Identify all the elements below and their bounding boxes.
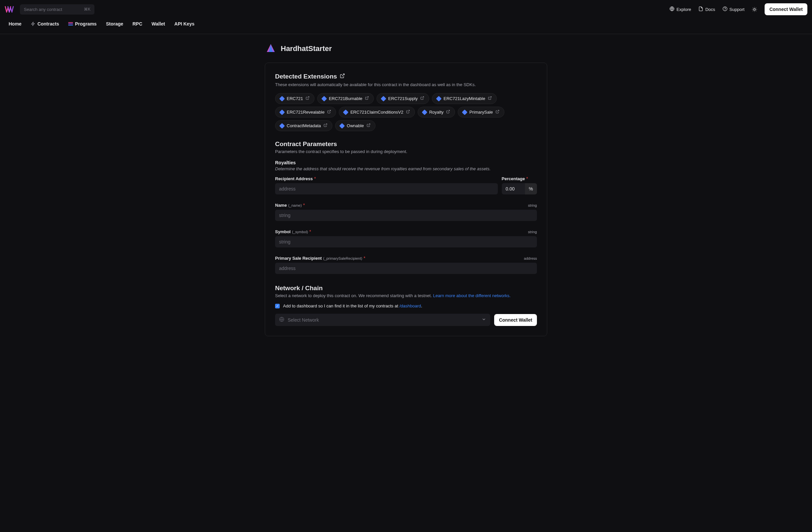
params-heading: Contract Parameters xyxy=(275,141,537,148)
connect-wallet-button[interactable]: Connect Wallet xyxy=(765,3,807,15)
search-kbd-hint: ⌘K xyxy=(84,7,90,12)
network-select-placeholder: Select Network xyxy=(288,317,319,323)
external-link-icon xyxy=(446,110,450,115)
symbol-type-hint: string xyxy=(528,230,537,234)
project-icon xyxy=(265,44,277,53)
network-learn-more-link[interactable]: Learn more about the different networks. xyxy=(433,293,511,298)
diamond-icon xyxy=(422,109,427,115)
support-link[interactable]: Support xyxy=(723,6,745,12)
royalties-heading: Royalties xyxy=(275,160,537,165)
symbol-sublabel: (_symbol) xyxy=(292,230,308,234)
help-icon xyxy=(723,6,727,12)
recipient-address-input[interactable] xyxy=(275,183,498,194)
dashboard-link[interactable]: /dashboard xyxy=(400,304,421,308)
docs-link[interactable]: Docs xyxy=(698,6,715,12)
network-sub-text: Select a network to deploy this contract… xyxy=(275,293,433,298)
checkbox-label-pre: Add to dashboard so I can find it in the… xyxy=(283,304,400,308)
name-label: Name xyxy=(275,203,287,208)
diamond-icon xyxy=(279,96,285,101)
external-link-icon xyxy=(365,96,369,101)
nav-wallet[interactable]: Wallet xyxy=(147,18,169,29)
diamond-icon xyxy=(436,96,442,101)
required-asterisk: * xyxy=(526,176,528,181)
extensions-heading: Detected Extensions xyxy=(275,73,537,80)
required-asterisk: * xyxy=(303,202,305,208)
diamond-icon xyxy=(343,109,349,115)
diamond-icon xyxy=(321,96,327,101)
checkbox-label-suffix: . xyxy=(421,304,422,308)
explore-link[interactable]: Explore xyxy=(669,6,691,12)
chevron-down-icon xyxy=(481,317,486,323)
globe-icon xyxy=(279,317,284,323)
extension-chip[interactable]: ERC721Revealable xyxy=(275,107,336,118)
globe-icon xyxy=(669,6,675,12)
external-link-icon xyxy=(488,96,492,101)
connect-wallet-button-bottom[interactable]: Connect Wallet xyxy=(494,314,537,326)
primary-sale-input[interactable] xyxy=(275,263,537,274)
nav-rpc[interactable]: RPC xyxy=(129,18,146,29)
extension-chip-label: ERC721 xyxy=(287,96,303,101)
percentage-label: Percentage xyxy=(502,176,525,181)
extension-chip-label: Ownable xyxy=(347,123,364,128)
nav-programs[interactable]: Programs xyxy=(64,18,100,29)
extension-chip[interactable]: ContractMetadata xyxy=(275,120,332,131)
symbol-input[interactable] xyxy=(275,236,537,248)
primary-sale-type-hint: address xyxy=(524,256,537,260)
name-type-hint: string xyxy=(528,203,537,207)
extension-chip-label: ContractMetadata xyxy=(287,123,321,128)
extension-chip[interactable]: ERC721Supply xyxy=(377,93,429,104)
brand-logo[interactable] xyxy=(5,6,15,13)
required-asterisk: * xyxy=(314,176,316,181)
external-link-icon xyxy=(323,123,328,128)
extension-chip[interactable]: PrimarySale xyxy=(458,107,505,118)
nav-storage[interactable]: Storage xyxy=(102,18,127,29)
svg-rect-5 xyxy=(68,24,73,24)
external-link-icon xyxy=(406,110,410,115)
page-title: HardhatStarter xyxy=(281,44,332,53)
extension-chip-label: ERC721Burnable xyxy=(329,96,362,101)
required-asterisk: * xyxy=(309,229,311,234)
nav-programs-label: Programs xyxy=(75,21,97,27)
extension-chip[interactable]: ERC721 xyxy=(275,93,315,104)
search-input[interactable] xyxy=(24,7,81,12)
contracts-icon xyxy=(31,21,35,26)
add-to-dashboard-checkbox[interactable]: ✓ xyxy=(275,304,280,308)
programs-icon xyxy=(68,21,73,26)
nav-api-keys[interactable]: API Keys xyxy=(170,18,199,29)
symbol-label: Symbol xyxy=(275,229,291,234)
svg-rect-4 xyxy=(68,22,73,23)
search-box[interactable]: ⌘K xyxy=(20,4,95,15)
theme-toggle[interactable] xyxy=(752,6,757,12)
svg-rect-6 xyxy=(68,25,73,26)
primary-sale-sublabel: (_primarySaleRecipient) xyxy=(323,256,362,260)
network-select[interactable]: Select Network xyxy=(275,314,490,326)
svg-point-3 xyxy=(754,8,756,10)
external-link-icon xyxy=(495,110,499,115)
primary-sale-label: Primary Sale Recipient xyxy=(275,256,322,261)
percentage-suffix: % xyxy=(525,183,537,194)
params-subtitle: Parameters the contract specifies to be … xyxy=(275,149,537,154)
extension-chip[interactable]: ERC721Burnable xyxy=(317,93,374,104)
add-to-dashboard-label: Add to dashboard so I can find it in the… xyxy=(283,304,422,308)
diamond-icon xyxy=(381,96,387,101)
nav-contracts[interactable]: Contracts xyxy=(27,18,63,29)
extensions-heading-text: Detected Extensions xyxy=(275,73,337,80)
extension-chip[interactable]: ERC721LazyMintable xyxy=(432,93,497,104)
name-input[interactable] xyxy=(275,210,537,221)
percentage-input[interactable] xyxy=(502,183,525,194)
nav-home[interactable]: Home xyxy=(5,18,26,29)
file-icon xyxy=(698,6,703,12)
extension-chip[interactable]: Ownable xyxy=(335,120,375,131)
extension-chip-label: Royalty xyxy=(429,110,444,115)
external-link-icon[interactable] xyxy=(340,73,345,80)
extension-chip[interactable]: Royalty xyxy=(418,107,455,118)
docs-label: Docs xyxy=(705,7,715,12)
extension-chip[interactable]: ERC721ClaimConditionsV2 xyxy=(339,107,415,118)
extension-chip-label: PrimarySale xyxy=(469,110,493,115)
external-link-icon xyxy=(366,123,371,128)
external-link-icon xyxy=(327,110,331,115)
nav-contracts-label: Contracts xyxy=(38,21,59,27)
external-link-icon xyxy=(420,96,424,101)
external-link-icon xyxy=(306,96,309,101)
recipient-address-label: Recipient Address xyxy=(275,176,313,181)
